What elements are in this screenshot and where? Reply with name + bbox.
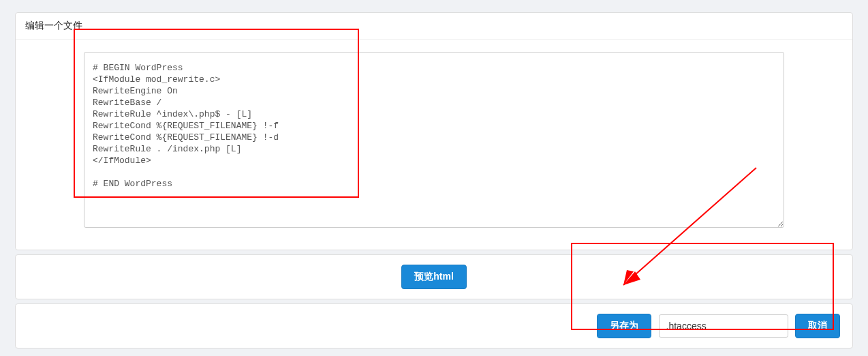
editor-wrap: [84, 52, 784, 231]
file-content-textarea[interactable]: [84, 52, 784, 228]
preview-html-button[interactable]: 预览html: [401, 265, 467, 289]
save-as-button[interactable]: 另存为: [597, 314, 651, 338]
edit-file-panel: 编辑一个文件: [15, 12, 853, 250]
page-root: 编辑一个文件 预览html 另存为 取消: [0, 0, 868, 356]
panel-body: [16, 40, 852, 250]
filename-input[interactable]: [659, 314, 788, 338]
cancel-button[interactable]: 取消: [795, 314, 840, 338]
preview-bar: 预览html: [15, 254, 853, 299]
panel-title: 编辑一个文件: [16, 13, 852, 40]
save-bar: 另存为 取消: [15, 303, 853, 348]
